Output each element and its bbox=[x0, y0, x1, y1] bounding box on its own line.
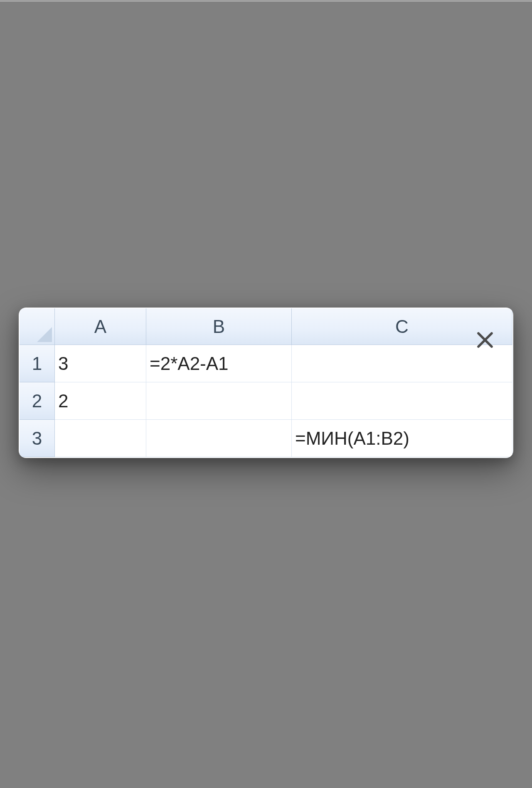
table-row: 3 =МИН(A1:B2) bbox=[20, 420, 512, 457]
window-top-bar bbox=[0, 0, 532, 2]
cell-C2[interactable] bbox=[292, 382, 512, 420]
cell-C3[interactable]: =МИН(A1:B2) bbox=[292, 420, 512, 457]
row-header-1[interactable]: 1 bbox=[20, 345, 55, 382]
cell-A2[interactable]: 2 bbox=[55, 382, 146, 420]
close-button[interactable] bbox=[473, 329, 497, 352]
cell-B2[interactable] bbox=[146, 382, 292, 420]
table-row: 1 3 =2*A2-A1 bbox=[20, 345, 512, 382]
column-header-row: A B C bbox=[20, 308, 512, 345]
close-icon bbox=[475, 330, 495, 352]
cell-A1[interactable]: 3 bbox=[55, 345, 146, 382]
cell-B3[interactable] bbox=[146, 420, 292, 457]
select-all-triangle-icon bbox=[37, 327, 52, 342]
table-row: 2 2 bbox=[20, 382, 512, 420]
select-all-corner[interactable] bbox=[20, 308, 55, 345]
column-header-B[interactable]: B bbox=[146, 308, 292, 345]
row-header-2[interactable]: 2 bbox=[20, 382, 55, 420]
spreadsheet-popup: A B C 1 3 =2*A2-A1 2 2 3 =МИН(A1:B2) bbox=[19, 308, 513, 458]
cell-A3[interactable] bbox=[55, 420, 146, 457]
spreadsheet-grid[interactable]: A B C 1 3 =2*A2-A1 2 2 3 =МИН(A1:B2) bbox=[20, 308, 512, 457]
column-header-A[interactable]: A bbox=[55, 308, 146, 345]
row-header-3[interactable]: 3 bbox=[20, 420, 55, 457]
cell-B1[interactable]: =2*A2-A1 bbox=[146, 345, 292, 382]
